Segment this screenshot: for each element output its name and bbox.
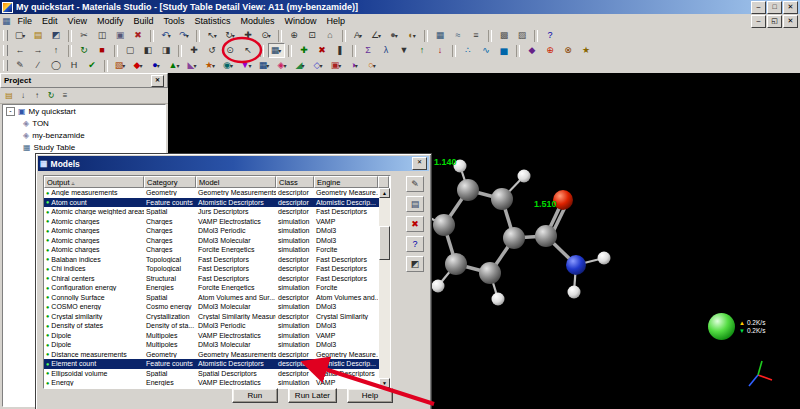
forward-icon[interactable]: → [30,43,47,58]
delete-rows-icon[interactable]: ✖ [314,43,331,58]
symmetry-tool-icon[interactable]: ★ [578,43,595,58]
title-bar[interactable]: My quickstart - Materials Studio - [Stud… [0,0,800,14]
center-view-icon[interactable]: ⊕ [286,28,303,43]
new-folder-icon[interactable]: ▤ [2,90,16,102]
tree-item-my-quickstart[interactable]: - ▣ My quickstart [3,105,165,117]
paste-icon[interactable]: ▣ [112,28,129,43]
delete-icon[interactable]: ✖ [130,28,147,43]
charges-tool-icon[interactable]: ⊕ [542,43,559,58]
zoom-tool-icon[interactable]: ⊙ [222,43,239,58]
menu-view[interactable]: View [63,16,92,26]
selection-mode-icon[interactable]: ↖▾ [204,28,221,43]
model-help-icon[interactable]: ? [406,236,424,252]
line-plot-icon[interactable]: ∿ [478,43,495,58]
model-row-chi-indices[interactable]: ●Chi indicesTopologicalFast Descriptorsd… [44,264,379,274]
carbon-atom[interactable] [479,262,501,284]
model-row-connolly-surface[interactable]: ●Connolly SurfaceSpatialAtom Volumes and… [44,293,379,303]
column-header-model[interactable]: Model [196,176,276,188]
menu-help[interactable]: Help [322,16,351,26]
zoom-view-icon[interactable]: ⊙▾ [258,28,275,43]
hydrogen-atom[interactable] [598,252,611,265]
model-row-crystal-similarity[interactable]: ●Crystal similarityCrystallizationCrysta… [44,312,379,322]
module-castep-icon[interactable]: ◆▾ [130,58,147,73]
new-study-table-icon[interactable]: ▦ [432,28,449,43]
new-document-icon[interactable]: ▢▾ [12,28,29,43]
menu-build[interactable]: Build [128,16,158,26]
back-icon[interactable]: ← [12,43,29,58]
collapse-icon[interactable]: - [6,107,15,116]
help-button[interactable]: Help [347,388,393,403]
module-conformers-icon[interactable]: ○▾ [364,58,381,73]
model-row-dipole[interactable]: ●DipoleMultipolesVAMP Electrostaticssimu… [44,331,379,341]
filter-rows-icon[interactable]: ▼ [396,43,413,58]
toolbar-grip[interactable] [3,45,8,56]
vertical-scrollbar[interactable]: ▲ ▼ [379,188,390,388]
stop-icon[interactable]: ■ [94,43,111,58]
sketch-atom-icon[interactable]: ✎ [12,58,29,73]
models-dialog-launcher-icon[interactable]: ◆ [524,43,541,58]
fit-view-icon[interactable]: ⊡ [304,28,321,43]
model-row-density-of-states[interactable]: ●Density of statesDensity of sta...DMol3… [44,321,379,331]
module-morphology-icon[interactable]: ◇▾ [310,58,327,73]
mdi-close-icon[interactable]: ✕ [783,15,798,28]
copy-icon[interactable]: ◫ [94,28,111,43]
panel-close-icon[interactable]: ✕ [151,75,164,87]
sketch-ring-icon[interactable]: ◯ [48,58,65,73]
insert-column-icon[interactable]: ❚ [332,43,349,58]
model-row-atomic-charges[interactable]: ●Atomic chargesChargesForcite Energetics… [44,245,379,255]
scatter-plot-icon[interactable]: ∴ [460,43,477,58]
adjust-hydrogens-icon[interactable]: H [66,58,83,73]
view-model-details-icon[interactable]: ▤ [406,196,424,212]
select-tool-icon[interactable]: ↖ [240,43,257,58]
toolbar-grip[interactable] [3,60,8,71]
menu-statistics[interactable]: Statistics [189,16,235,26]
model-row-atomic-charges[interactable]: ●Atomic chargesChargesDMol3 Molecularsim… [44,236,379,246]
tree-item-my-benzamide[interactable]: ◈my-benzamide [3,129,165,141]
define-function-icon[interactable]: λ [378,43,395,58]
menu-modules[interactable]: Modules [235,16,279,26]
model-row-cosmo-energy[interactable]: ●COSMO energyCosmo energyDMol3 Molecular… [44,302,379,312]
sort-ascending-icon[interactable]: ↑ [414,43,431,58]
clean-geometry-icon[interactable]: ✔ [84,58,101,73]
display-style-icon[interactable]: ●▾ [386,28,403,43]
up-one-level-icon[interactable]: ↑ [48,43,65,58]
hydrogen-atom[interactable] [568,286,581,299]
model-row-atomic-charges[interactable]: ●Atomic chargesChargesVAMP Electrostatic… [44,217,379,227]
module-amorphous-cell-icon[interactable]: ▧▾ [112,58,129,73]
model-row-chiral-centers[interactable]: ●Chiral centersStructuralFast Descriptor… [44,274,379,284]
carbon-atom[interactable] [457,179,479,201]
carbon-atom[interactable] [503,227,525,249]
scrollbar-thumb[interactable] [379,226,390,260]
hydrogen-atom[interactable] [432,280,445,293]
edit-model-icon[interactable]: ✎ [406,176,424,192]
mdi-minimize-icon[interactable]: – [751,15,766,28]
server-console-icon[interactable]: ▩ [496,28,513,43]
hydrogen-atom[interactable] [518,170,531,183]
carbon-atom[interactable] [445,253,467,275]
undo-icon[interactable]: ↶▾ [158,28,175,43]
module-polymorph-icon[interactable]: ▣▾ [328,58,345,73]
column-header-category[interactable]: Category [144,176,196,188]
module-qsar-icon[interactable]: ▦▾ [256,58,273,73]
save-model-set-icon[interactable]: ◩ [406,256,424,272]
menu-modify[interactable]: Modify [92,16,129,26]
module-sorption-icon[interactable]: ◉▾ [220,58,237,73]
carbonyl-carbon-atom[interactable] [535,225,557,247]
reset-view-icon[interactable]: ⌂ [322,28,339,43]
module-synthia-icon[interactable]: ▼▾ [238,58,255,73]
model-row-energy[interactable]: ●EnergyEnergiesVAMP Electrostaticssimula… [44,378,379,388]
module-blends-icon[interactable]: ◑▾ [346,58,363,73]
cut-icon[interactable]: ✂ [76,28,93,43]
module-reflex-icon[interactable]: ★▾ [202,58,219,73]
chart-viewer-icon[interactable]: ≈ [450,28,467,43]
add-rows-icon[interactable]: ✚ [296,43,313,58]
split-horizontal-icon[interactable]: ◧ [140,43,157,58]
model-row-atomic-charges[interactable]: ●Atomic chargesChargesDMol3 Periodicsimu… [44,226,379,236]
menu-file[interactable]: File [13,16,38,26]
redo-icon[interactable]: ↷▾ [176,28,193,43]
hydrogen-atom[interactable] [492,293,505,306]
single-view-icon[interactable]: ▢ [122,43,139,58]
pan-tool-icon[interactable]: ✚ [186,43,203,58]
measure-angle-icon[interactable]: ∠▾ [368,28,385,43]
module-mesocite-icon[interactable]: ◢▾ [292,58,309,73]
